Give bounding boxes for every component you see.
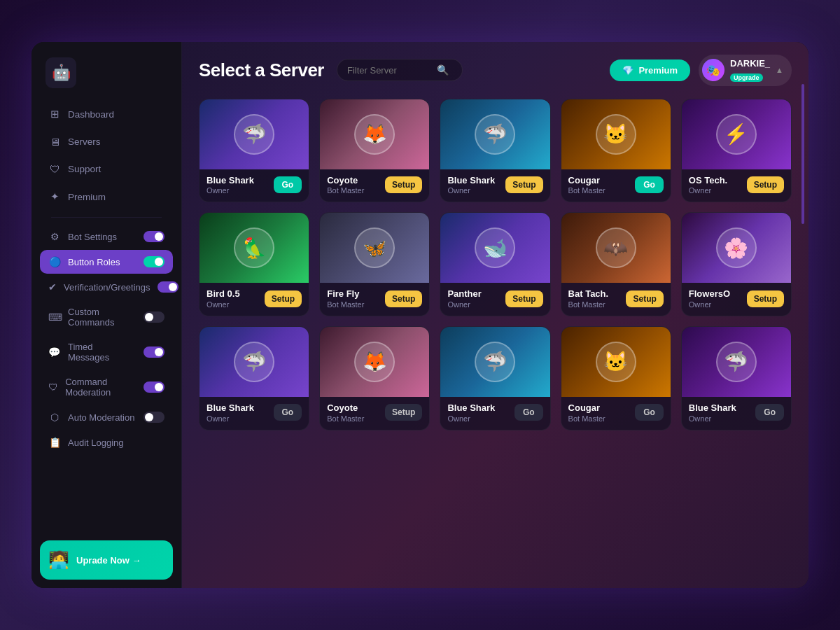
- card-thumbnail: 🐋: [440, 213, 550, 283]
- search-input[interactable]: [347, 65, 431, 76]
- upgrade-banner[interactable]: 🧑‍💻 Uprade Now →: [40, 540, 173, 580]
- sidebar-item-timed-messages[interactable]: 💬 Timed Messages: [40, 335, 173, 369]
- server-card[interactable]: 🦈 Blue Shark Owner Setup: [440, 99, 550, 203]
- server-card[interactable]: 🦊 Coyote Bot Master Setup: [319, 99, 430, 203]
- go-button[interactable]: Go: [635, 176, 664, 193]
- card-body: Cougar Bot Master Go: [561, 169, 671, 202]
- card-info: Cougar Bot Master: [568, 175, 636, 195]
- setup-button[interactable]: Setup: [385, 404, 422, 421]
- server-role: Bot Master: [327, 186, 385, 195]
- user-name: DARKIE_: [730, 58, 770, 69]
- user-badge[interactable]: 🎭 DARKIE_ Upgrade ▲: [699, 55, 792, 86]
- button-roles-toggle[interactable]: [144, 256, 164, 267]
- server-card[interactable]: 🌸 FlowersO Owner Setup: [681, 212, 792, 316]
- server-logo: 🦈: [716, 342, 757, 382]
- go-button[interactable]: Go: [274, 176, 302, 193]
- sidebar-label-auto-moderation: Auto Moderation: [68, 412, 134, 423]
- go-button[interactable]: Go: [755, 404, 784, 421]
- setup-button[interactable]: Setup: [747, 290, 784, 307]
- premium-button[interactable]: 💎 Premium: [610, 59, 690, 81]
- sidebar-item-custom-commands[interactable]: ⌨ Custom Commands: [40, 300, 173, 334]
- card-body: Blue Shark Owner Go: [682, 397, 791, 430]
- server-card[interactable]: 🦈 Blue Shark Owner Go: [199, 99, 309, 203]
- timed-messages-toggle[interactable]: [144, 346, 164, 358]
- setup-button[interactable]: Setup: [505, 176, 542, 193]
- card-info: Coyote Bot Master: [327, 175, 385, 195]
- command-mod-toggle[interactable]: [144, 382, 164, 393]
- avatar: 🎭: [702, 59, 724, 81]
- sidebar-item-audit-logging[interactable]: 📋 Audit Logging: [40, 430, 173, 454]
- dashboard-icon: ⊞: [48, 108, 61, 120]
- go-button[interactable]: Go: [514, 404, 543, 421]
- server-role: Owner: [447, 300, 505, 309]
- sidebar-label-support: Support: [68, 164, 101, 174]
- server-card[interactable]: 🦇 Bat Tach. Bot Master Setup: [561, 212, 671, 316]
- setup-button[interactable]: Setup: [505, 290, 542, 307]
- setup-button[interactable]: Setup: [385, 290, 422, 307]
- command-mod-icon: 🛡: [48, 382, 58, 393]
- support-icon: 🛡: [48, 163, 61, 175]
- card-body: Panther Owner Setup: [440, 283, 550, 316]
- search-icon: 🔍: [437, 64, 449, 76]
- custom-commands-toggle[interactable]: [144, 312, 164, 323]
- setup-button[interactable]: Setup: [626, 290, 663, 307]
- server-role: Owner: [206, 300, 265, 309]
- sidebar-nav: ⊞ Dashboard 🖥 Servers 🛡 Support ✦ Premiu…: [31, 101, 181, 532]
- server-card[interactable]: 🦈 Blue Shark Owner Go: [681, 326, 792, 430]
- card-info: Blue Shark Owner: [447, 402, 514, 423]
- server-card[interactable]: ⚡ OS Tech. Owner Setup: [681, 99, 792, 203]
- server-card[interactable]: 🐱 Cougar Bot Master Go: [561, 99, 671, 203]
- user-tag: Upgrade: [730, 74, 763, 82]
- sidebar-item-auto-moderation[interactable]: ⬡ Auto Moderation: [40, 405, 173, 429]
- server-logo: 🦇: [596, 227, 636, 268]
- card-body: FlowersO Owner Setup: [682, 283, 791, 316]
- sidebar-item-verification[interactable]: ✔ Verification/Greetings: [40, 275, 173, 299]
- search-bar[interactable]: 🔍: [337, 59, 463, 81]
- premium-label: Premium: [638, 65, 678, 76]
- sidebar-label-premium: Premium: [68, 192, 106, 202]
- go-button[interactable]: Go: [274, 404, 302, 421]
- bot-settings-toggle[interactable]: [144, 231, 164, 242]
- server-card[interactable]: 🦜 Bird 0.5 Owner Setup: [199, 212, 309, 316]
- card-body: Blue Shark Owner Go: [440, 397, 550, 430]
- sidebar-item-button-roles[interactable]: 🔵 Button Roles: [40, 250, 173, 274]
- sidebar-item-support[interactable]: 🛡 Support: [40, 156, 173, 182]
- sidebar-item-bot-settings[interactable]: ⚙ Bot Settings: [40, 225, 173, 248]
- server-card[interactable]: 🦊 Coyote Bot Master Setup: [319, 326, 430, 430]
- card-info: Panther Owner: [447, 288, 505, 309]
- server-card[interactable]: 🐱 Cougar Bot Master Go: [561, 326, 671, 430]
- server-card[interactable]: 🦋 Fire Fly Bot Master Setup: [319, 212, 430, 316]
- header-left: Select a Server 🔍: [199, 59, 463, 81]
- server-role: Bot Master: [568, 414, 636, 423]
- server-role: Owner: [689, 414, 756, 423]
- premium-gem-icon: 💎: [622, 65, 634, 76]
- setup-button[interactable]: Setup: [747, 176, 784, 193]
- sidebar-label-button-roles: Button Roles: [68, 257, 120, 267]
- auto-mod-toggle[interactable]: [144, 412, 164, 423]
- scroll-indicator: [802, 84, 804, 224]
- server-logo: 🦜: [234, 227, 274, 268]
- premium-icon: ✦: [48, 190, 61, 203]
- card-thumbnail: 🦊: [320, 99, 429, 169]
- server-name: Blue Shark: [689, 402, 756, 414]
- setup-button[interactable]: Setup: [265, 290, 302, 307]
- card-thumbnail: 🐱: [561, 99, 671, 169]
- sidebar-item-command-moderation[interactable]: 🛡 Command Moderation: [40, 370, 173, 404]
- card-body: Cougar Bot Master Go: [561, 397, 671, 430]
- sidebar-label-timed-messages: Timed Messages: [68, 342, 136, 363]
- servers-area[interactable]: 🦈 Blue Shark Owner Go 🦊 Coyote Bot Maste…: [182, 86, 808, 588]
- card-thumbnail: 🦈: [682, 327, 791, 397]
- server-card[interactable]: 🐋 Panther Owner Setup: [440, 212, 550, 316]
- server-card[interactable]: 🦈 Blue Shark Owner Go: [199, 326, 309, 430]
- sidebar-item-dashboard[interactable]: ⊞ Dashboard: [40, 101, 173, 127]
- verification-toggle[interactable]: [158, 281, 178, 293]
- server-logo: 🌸: [716, 227, 757, 268]
- card-info: Coyote Bot Master: [327, 402, 385, 423]
- sidebar-item-premium[interactable]: ✦ Premium: [40, 183, 173, 210]
- go-button[interactable]: Go: [635, 404, 664, 421]
- server-card[interactable]: 🦈 Blue Shark Owner Go: [440, 326, 550, 430]
- setup-button[interactable]: Setup: [385, 176, 422, 193]
- card-body: Fire Fly Bot Master Setup: [320, 283, 429, 316]
- card-info: Blue Shark Owner: [447, 175, 505, 195]
- sidebar-item-servers[interactable]: 🖥 Servers: [40, 129, 173, 155]
